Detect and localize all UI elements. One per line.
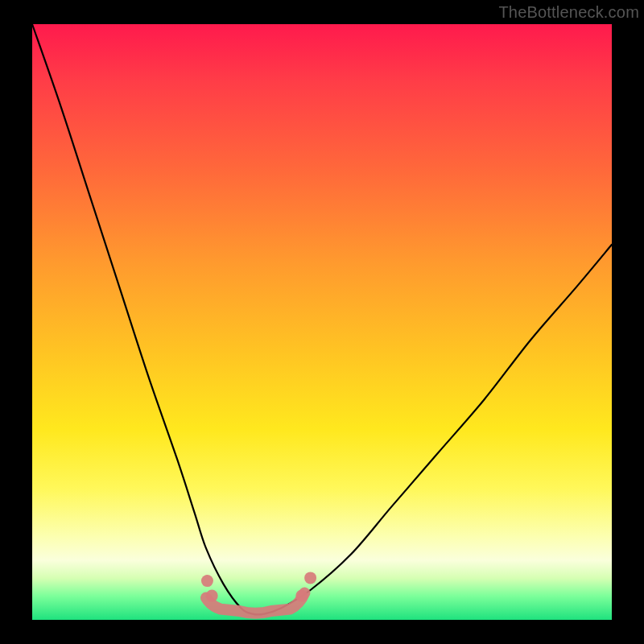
- bottleneck-curve: [32, 24, 612, 615]
- plot-area: [32, 24, 612, 620]
- marker-dot: [304, 572, 316, 584]
- marker-dot: [206, 590, 218, 602]
- marker-dot: [295, 590, 308, 602]
- bottom-marker-strip: [206, 593, 304, 613]
- curve-svg: [32, 24, 612, 620]
- marker-dot: [201, 575, 213, 587]
- watermark-text: TheBottleneck.com: [498, 3, 639, 22]
- chart-frame: TheBottleneck.com: [0, 0, 644, 644]
